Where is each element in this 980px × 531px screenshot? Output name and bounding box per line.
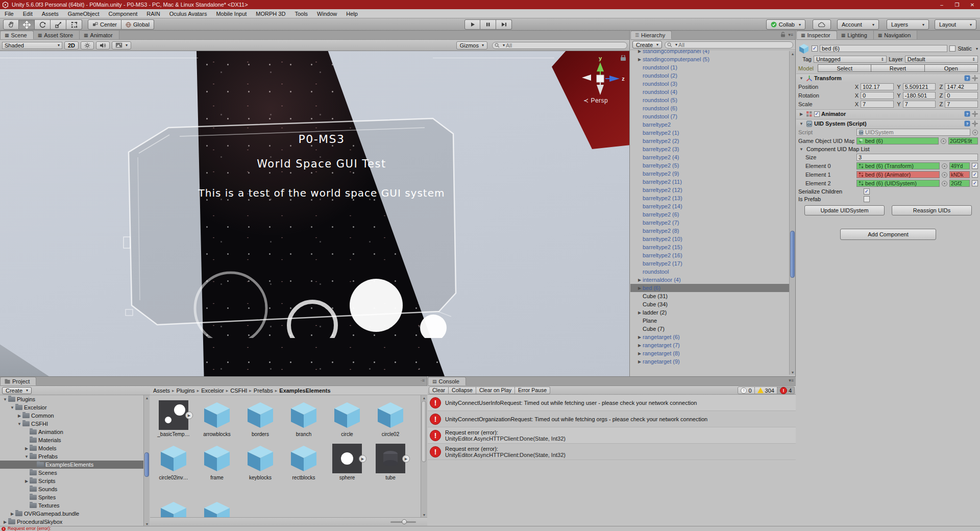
- hierarchy-item[interactable]: ▶internaldoor (4): [630, 276, 795, 284]
- foldout-arrow[interactable]: ▶: [636, 50, 643, 54]
- project-tree-item[interactable]: ▶Models: [0, 444, 149, 452]
- space-toggle-button[interactable]: Global: [121, 19, 154, 30]
- scale-tool-button[interactable]: [51, 19, 66, 30]
- panel-menu-icon[interactable]: ▾≡: [789, 378, 794, 383]
- tab-project[interactable]: Project: [0, 377, 36, 385]
- breadcrumb-plugins[interactable]: Plugins: [177, 388, 195, 394]
- foldout-arrow[interactable]: ▼: [23, 454, 30, 459]
- project-tree-item[interactable]: ▶ProceduralSkybox: [0, 518, 149, 526]
- tab-navigation[interactable]: ▦Navigation: [874, 31, 918, 39]
- help-icon[interactable]: ?: [964, 75, 970, 81]
- transform-position-y-field[interactable]: 5.509121: [903, 83, 936, 90]
- uidsystem-component-header[interactable]: ▼ C# UID System (Script) ?: [796, 119, 980, 128]
- maximize-button[interactable]: ❐: [949, 0, 965, 9]
- foldout-arrow[interactable]: ▶: [23, 446, 30, 451]
- thumbnail-size-slider[interactable]: [390, 521, 416, 523]
- foldout-arrow[interactable]: ▼: [16, 422, 22, 426]
- hierarchy-item[interactable]: barreltype2 (8): [630, 227, 795, 235]
- hierarchy-item[interactable]: barreltype2 (4): [630, 153, 795, 161]
- hierarchy-item[interactable]: barreltype2 (6): [630, 210, 795, 219]
- console-message[interactable]: !UnityConnectOrganizationRequest: Timed …: [428, 411, 796, 427]
- close-button[interactable]: ✕: [965, 0, 980, 9]
- hierarchy-item[interactable]: roundstool (1): [630, 63, 795, 71]
- hand-tool-button[interactable]: [3, 19, 19, 30]
- project-tree-item[interactable]: ▶Common: [0, 412, 149, 420]
- console-message[interactable]: !UnityConnectUserInfoRequest: Timed out …: [428, 395, 796, 411]
- asset-item-frame[interactable]: frame: [197, 444, 237, 480]
- asset-item-rectblocks[interactable]: rectblocks: [283, 444, 324, 480]
- foldout-arrow[interactable]: ▶: [636, 278, 643, 282]
- hierarchy-item[interactable]: ▶rangetarget (7): [630, 341, 795, 349]
- scene-search-input[interactable]: ▾ All: [492, 42, 627, 49]
- hierarchy-item[interactable]: barreltype2 (15): [630, 243, 795, 251]
- asset-item[interactable]: [197, 500, 237, 517]
- menu-component[interactable]: Component: [104, 10, 142, 18]
- shading-mode-dropdown[interactable]: Shaded▾: [2, 42, 62, 49]
- menu-window[interactable]: Window: [312, 10, 341, 18]
- project-tree-item[interactable]: ▶Scripts: [0, 477, 149, 485]
- project-tree-item[interactable]: ▼Prefabs: [0, 452, 149, 461]
- asset-item-basictemp[interactable]: ▶_basicTemp…: [153, 400, 194, 437]
- console-clear-button[interactable]: Clear: [429, 387, 449, 394]
- foldout-arrow[interactable]: ▶: [636, 343, 643, 348]
- object-picker-icon[interactable]: [942, 181, 947, 186]
- project-tree-item[interactable]: ExamplesElements: [0, 461, 149, 469]
- hierarchy-item[interactable]: ▶ladder (2): [630, 308, 795, 317]
- hierarchy-search-input[interactable]: ▾ All: [665, 41, 793, 49]
- asset-item-branch[interactable]: branch: [283, 400, 324, 437]
- hierarchy-item[interactable]: barreltype2 (1): [630, 129, 795, 137]
- element-enabled-checkbox[interactable]: ✓: [972, 163, 978, 169]
- project-tree-item[interactable]: Sounds: [0, 485, 149, 493]
- scene-effects-dropdown[interactable]: ▾: [112, 41, 131, 50]
- project-tree-item[interactable]: Materials: [0, 436, 149, 444]
- menu-rain[interactable]: RAIN: [142, 10, 164, 18]
- static-checkbox[interactable]: [949, 45, 955, 52]
- script-field[interactable]: C# UIDSystem: [856, 129, 970, 136]
- asset-item-arrowblocks[interactable]: arrowblocks: [197, 400, 237, 437]
- hierarchy-item[interactable]: barreltype2 (14): [630, 202, 795, 210]
- console-message[interactable]: !Request error (error):UnityEditor.Async…: [428, 427, 796, 444]
- hierarchy-item[interactable]: ▶rangetarget (6): [630, 333, 795, 341]
- hierarchy-item[interactable]: barreltype2 (2): [630, 137, 795, 145]
- slider-knob[interactable]: [402, 519, 407, 524]
- foldout-arrow[interactable]: ▶: [636, 359, 643, 364]
- element-object-field[interactable]: bed (6) (UIDSystem): [856, 180, 940, 187]
- element-enabled-checkbox[interactable]: ✓: [972, 172, 978, 178]
- hierarchy-item[interactable]: ▶standingcomputerpanel (5): [630, 55, 795, 63]
- asset-item-circle[interactable]: circle: [327, 400, 368, 437]
- foldout-arrow[interactable]: ▶: [16, 414, 22, 418]
- hierarchy-item[interactable]: barreltype2: [630, 120, 795, 129]
- project-tree-item[interactable]: Animation: [0, 428, 149, 436]
- console-error-pause-button[interactable]: Error Pause: [515, 387, 550, 394]
- gear-icon[interactable]: [972, 111, 978, 117]
- project-tree-item[interactable]: Scenes: [0, 469, 149, 477]
- tab-animator[interactable]: ▦Animator: [80, 31, 119, 39]
- element-object-field[interactable]: bed (6) (Animator): [856, 171, 940, 178]
- breadcrumb-prefabs[interactable]: Prefabs: [254, 388, 273, 394]
- menu-help[interactable]: Help: [341, 10, 362, 18]
- move-tool-button[interactable]: [19, 19, 35, 30]
- update-uidsystem-button[interactable]: Update UIDSystem: [804, 205, 885, 215]
- object-picker-icon[interactable]: [972, 130, 978, 135]
- gear-icon[interactable]: [972, 120, 978, 127]
- model-revert-button[interactable]: Revert: [871, 64, 924, 72]
- gear-icon[interactable]: [972, 75, 978, 81]
- project-tree-item[interactable]: ▼CSFHI: [0, 420, 149, 428]
- console-clear-on-play-button[interactable]: Clear on Play: [476, 387, 515, 394]
- breadcrumb-csfhi[interactable]: CSFHI: [230, 388, 247, 394]
- error-count-toggle[interactable]: ! 4: [777, 387, 795, 394]
- menu-gameobject[interactable]: GameObject: [63, 10, 104, 18]
- scene-orientation-gizmo[interactable]: y z: [576, 55, 627, 98]
- project-tree-scrollbar[interactable]: ▲ ▼: [143, 395, 150, 526]
- go-uid-map-field[interactable]: bed (6): [856, 137, 939, 144]
- menu-edit[interactable]: Edit: [18, 10, 37, 18]
- foldout-arrow[interactable]: ▶: [636, 310, 643, 315]
- breadcrumb-excelsior[interactable]: Excelsior: [201, 388, 224, 394]
- animator-enabled-checkbox[interactable]: ✓: [814, 111, 820, 117]
- transform-scale-x-field[interactable]: 7: [861, 101, 894, 108]
- hierarchy-item[interactable]: roundstool (3): [630, 80, 795, 88]
- layout-dropdown[interactable]: Layout▾: [935, 19, 976, 30]
- panel-menu-icon[interactable]: ▾≡: [788, 32, 793, 37]
- tab-scene[interactable]: ▦Scene: [0, 31, 34, 39]
- layers-dropdown[interactable]: Layers▾: [887, 19, 929, 30]
